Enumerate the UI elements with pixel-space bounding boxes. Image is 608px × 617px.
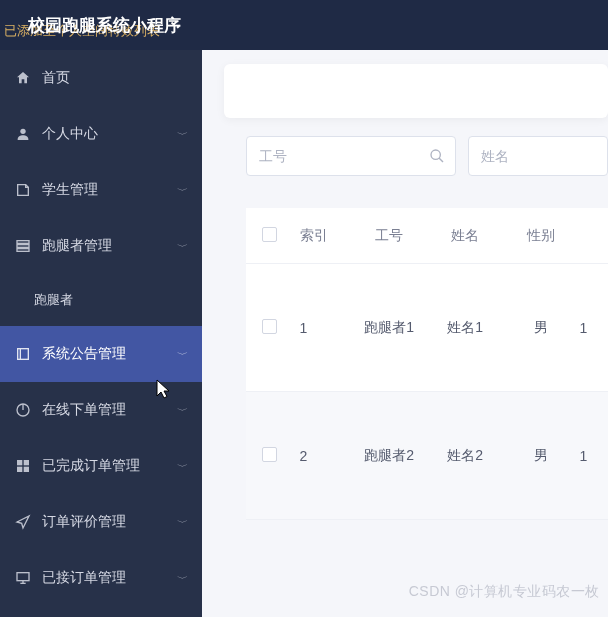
sidebar-item-students[interactable]: 学生管理 ﹀ (0, 162, 202, 218)
data-table: 索引 工号 姓名 性别 1 跑腿者1 姓名1 男 1 2 跑腿者2 姓名2 男 (246, 208, 608, 520)
col-name: 姓名 (427, 227, 503, 245)
page-title-card (224, 64, 608, 118)
user-icon (14, 125, 32, 143)
sidebar-item-orders-done[interactable]: 已完成订单管理 ﹀ (0, 438, 202, 494)
chevron-down-icon: ﹀ (177, 517, 188, 528)
sidebar-subitem-label: 跑腿者 (34, 291, 73, 309)
table-header: 索引 工号 姓名 性别 (246, 208, 608, 264)
svg-rect-3 (17, 249, 29, 252)
sidebar-item-label: 跑腿者管理 (42, 237, 177, 255)
search-row (246, 136, 608, 176)
home-icon (14, 69, 32, 87)
svg-rect-8 (17, 460, 22, 465)
svg-rect-4 (18, 349, 29, 360)
cell-index: 1 (294, 320, 351, 336)
svg-point-15 (431, 150, 440, 159)
sidebar-item-runners[interactable]: 跑腿者管理 ﹀ (0, 218, 202, 274)
svg-point-0 (20, 129, 25, 134)
svg-rect-11 (24, 467, 29, 472)
cell-id: 跑腿者2 (351, 447, 427, 465)
search-icon[interactable] (429, 148, 445, 164)
search-name-wrapper (468, 136, 608, 176)
power-icon (14, 401, 32, 419)
sidebar-item-label: 已完成订单管理 (42, 457, 177, 475)
search-id-wrapper (246, 136, 456, 176)
sidebar-item-label: 在线下单管理 (42, 401, 177, 419)
chevron-down-icon: ﹀ (177, 185, 188, 196)
sidebar-item-label: 系统公告管理 (42, 345, 177, 363)
chevron-down-icon: ﹀ (177, 573, 188, 584)
select-all-checkbox[interactable] (262, 227, 277, 242)
sidebar-item-announcements[interactable]: 系统公告管理 ﹀ (0, 326, 202, 382)
svg-rect-12 (17, 573, 29, 581)
col-index: 索引 (294, 227, 351, 245)
svg-rect-2 (17, 245, 29, 248)
chevron-down-icon: ﹀ (177, 405, 188, 416)
sidebar-item-orders-online[interactable]: 在线下单管理 ﹀ (0, 382, 202, 438)
sidebar-subitem-runner[interactable]: 跑腿者 (0, 274, 202, 326)
cell-index: 2 (294, 448, 351, 464)
sidebar-item-label: 订单评价管理 (42, 513, 177, 531)
sidebar-item-label: 已接订单管理 (42, 569, 177, 587)
search-id-input[interactable] (259, 148, 443, 164)
sidebar-item-profile[interactable]: 个人中心 ﹀ (0, 106, 202, 162)
svg-rect-10 (17, 467, 22, 472)
student-icon (14, 181, 32, 199)
cell-name: 姓名1 (427, 319, 503, 337)
cell-rest: 1 (579, 448, 608, 464)
chevron-down-icon: ﹀ (177, 349, 188, 360)
sidebar-item-label: 首页 (42, 69, 188, 87)
table-row[interactable]: 2 跑腿者2 姓名2 男 1 (246, 392, 608, 520)
cell-id: 跑腿者1 (351, 319, 427, 337)
overlay-notice: 已添加至个人空间特效列表 (4, 22, 160, 40)
sidebar-item-reviews[interactable]: 订单评价管理 ﹀ (0, 494, 202, 550)
svg-line-16 (439, 158, 443, 162)
sidebar-item-orders-accepted[interactable]: 已接订单管理 ﹀ (0, 550, 202, 606)
grid-icon (14, 457, 32, 475)
cell-name: 姓名2 (427, 447, 503, 465)
chevron-down-icon: ﹀ (177, 461, 188, 472)
svg-rect-9 (24, 460, 29, 465)
chevron-down-icon: ﹀ (177, 241, 188, 252)
main-content: 索引 工号 姓名 性别 1 跑腿者1 姓名1 男 1 2 跑腿者2 姓名2 男 (202, 50, 608, 617)
cell-rest: 1 (579, 320, 608, 336)
sidebar-item-home[interactable]: 首页 (0, 50, 202, 106)
cell-sex: 男 (503, 319, 579, 337)
nav-icon (14, 513, 32, 531)
row-checkbox[interactable] (262, 319, 277, 334)
sidebar-item-label: 个人中心 (42, 125, 177, 143)
monitor-icon (14, 569, 32, 587)
table-row[interactable]: 1 跑腿者1 姓名1 男 1 (246, 264, 608, 392)
chevron-down-icon: ﹀ (177, 129, 188, 140)
sidebar-item-label: 学生管理 (42, 181, 177, 199)
svg-rect-1 (17, 241, 29, 244)
sidebar: 首页 个人中心 ﹀ 学生管理 ﹀ 跑腿者管理 ﹀ 跑腿者 (0, 50, 202, 617)
search-name-input[interactable] (481, 148, 595, 164)
col-id: 工号 (351, 227, 427, 245)
watermark: CSDN @计算机专业码农一枚 (409, 583, 600, 601)
cell-sex: 男 (503, 447, 579, 465)
announce-icon (14, 345, 32, 363)
col-sex: 性别 (503, 227, 579, 245)
list-icon (14, 237, 32, 255)
row-checkbox[interactable] (262, 447, 277, 462)
